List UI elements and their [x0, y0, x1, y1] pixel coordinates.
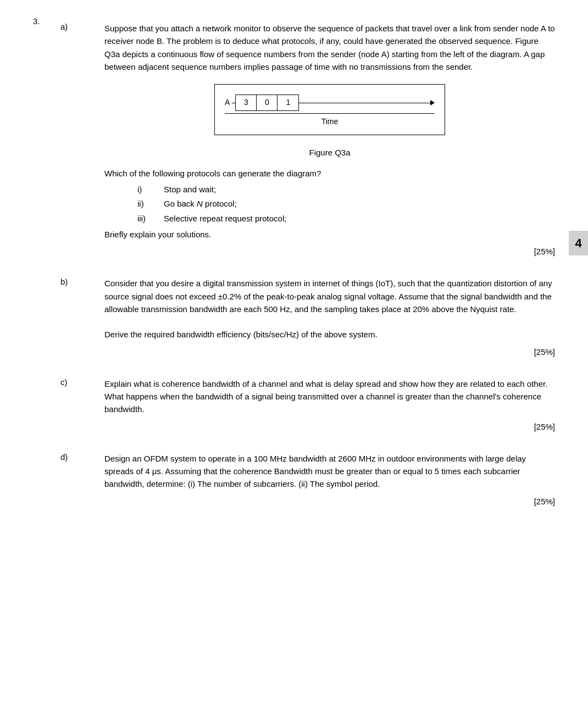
question-number-3: 3.: [33, 16, 60, 527]
question-3a-letter: a): [60, 22, 104, 258]
question-3a-marks: [25%]: [104, 245, 555, 258]
sequence-boxes: 3 0 1: [235, 95, 299, 111]
node-a-label: A: [225, 97, 230, 109]
proto-text-ii: Go back N protocol;: [164, 197, 237, 210]
question-3b-letter: b): [60, 277, 104, 358]
protocol-i: i) Stop and wait;: [137, 183, 555, 196]
question-3d-marks: [25%]: [104, 495, 555, 508]
question-3c-letter: c): [60, 377, 104, 433]
question-3a-text: Suppose that you attach a network monito…: [104, 22, 555, 73]
question-3b-content: Consider that you desire a digital trans…: [104, 277, 555, 358]
figure-q3a: A 3 0 1: [214, 84, 445, 135]
question-3b-text: Consider that you desire a digital trans…: [104, 277, 555, 315]
question-3b-marks: [25%]: [104, 346, 555, 358]
question-3c-content: Explain what is coherence bandwidth of a…: [104, 377, 555, 433]
proto-num-ii: ii): [137, 197, 154, 210]
seq-box-0: 0: [257, 95, 278, 110]
question-3a-protocols-intro: Which of the following protocols can gen…: [104, 167, 555, 180]
proto-num-iii: iii): [137, 212, 154, 225]
page-container: 4 3. a) Suppose that you attach a networ…: [0, 0, 588, 728]
seq-box-3: 3: [236, 95, 257, 110]
protocol-iii: iii) Selective repeat request protocol;: [137, 212, 555, 225]
arrow-area: [299, 100, 435, 105]
question-3a-block: a) Suppose that you attach a network mon…: [60, 22, 555, 258]
question-3a-content: Suppose that you attach a network monito…: [104, 22, 555, 258]
question-3d-block: d) Design an OFDM system to operate in a…: [60, 452, 555, 508]
page-number: 4: [575, 236, 581, 251]
page-number-tab: 4: [569, 231, 588, 255]
proto-num-i: i): [137, 183, 154, 196]
proto-text-iii: Selective repeat request protocol;: [164, 212, 286, 225]
time-label: Time: [225, 116, 435, 128]
arrow-head: [430, 100, 435, 105]
seq-box-1: 1: [278, 95, 298, 110]
arrow-line: [299, 103, 430, 103]
question-3d-content: Design an OFDM system to operate in a 10…: [104, 452, 555, 508]
bottom-line-row: [225, 113, 435, 114]
bottom-line: [225, 113, 435, 114]
protocol-ii: ii) Go back N protocol;: [137, 197, 555, 210]
question-3c-text: Explain what is coherence bandwidth of a…: [104, 377, 555, 416]
question-3c-block: c) Explain what is coherence bandwidth o…: [60, 377, 555, 433]
question-3a-followup: Briefly explain your solutions.: [104, 228, 555, 241]
question-3d-text: Design an OFDM system to operate in a 10…: [104, 452, 555, 491]
question-3d-letter: d): [60, 452, 104, 508]
n-italic: N: [197, 199, 203, 208]
question-3b-block: b) Consider that you desire a digital tr…: [60, 277, 555, 358]
question-3b-question: Derive the required bandwidth efficiency…: [104, 328, 555, 341]
proto-text-i: Stop and wait;: [164, 183, 216, 196]
protocols-list: i) Stop and wait; ii) Go back N protocol…: [137, 183, 555, 225]
figure-caption: Figure Q3a: [104, 146, 555, 159]
diagram-row: A 3 0 1: [225, 95, 435, 111]
question-3-block: 3. a) Suppose that you attach a network …: [33, 16, 555, 527]
question-3c-marks: [25%]: [104, 420, 555, 433]
